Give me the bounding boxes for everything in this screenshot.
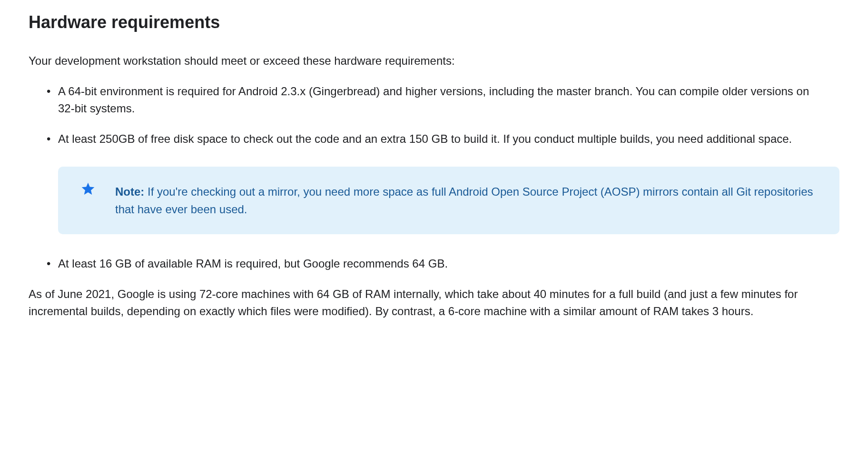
list-item: At least 250GB of free disk space to che… [58,130,839,148]
star-icon [80,181,96,197]
section-heading: Hardware requirements [29,10,839,35]
note-callout: Note: If you're checking out a mirror, y… [58,167,839,234]
closing-paragraph: As of June 2021, Google is using 72-core… [29,286,839,320]
list-item: A 64-bit environment is required for And… [58,83,839,117]
requirements-list-bottom: At least 16 GB of available RAM is requi… [29,255,839,272]
note-text: If you're checking out a mirror, you nee… [115,185,813,216]
requirements-list-top: A 64-bit environment is required for And… [29,83,839,148]
note-content: Note: If you're checking out a mirror, y… [115,185,813,216]
intro-paragraph: Your development workstation should meet… [29,52,839,70]
list-item: At least 16 GB of available RAM is requi… [58,255,839,272]
note-label: Note: [115,185,144,198]
